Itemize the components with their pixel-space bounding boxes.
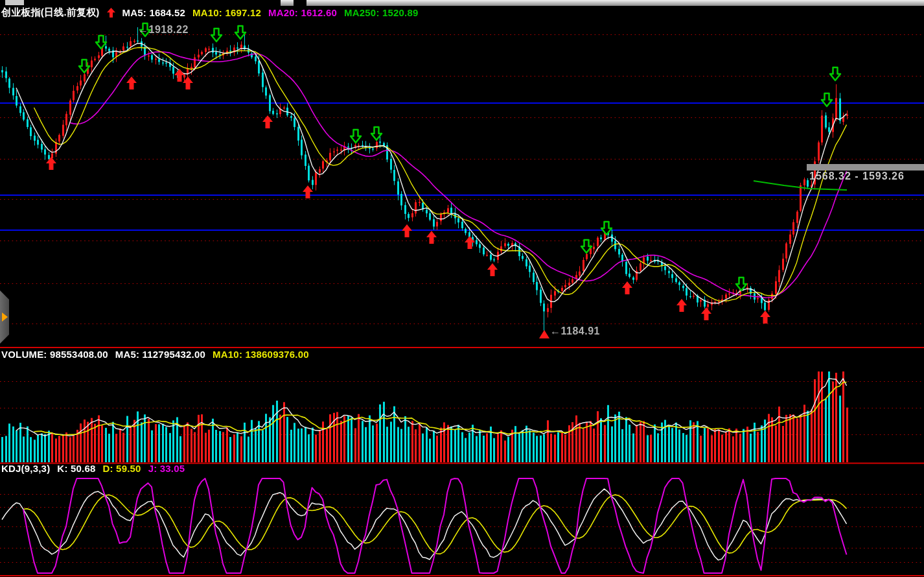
chart-canvas[interactable] <box>0 0 924 577</box>
price-pane-header: 创业板指(日线.前复权) MA5: 1684.52 MA10: 1697.12 … <box>1 6 419 19</box>
kdj-pane-header: KDJ(9,3,3) K: 50.68 D: 59.50 J: 33.05 <box>1 463 185 474</box>
price-range-tooltip: 1568.32 - 1593.26 <box>809 171 905 182</box>
volume-pane-header: VOLUME: 98553408.00 MA5: 112795432.00 MA… <box>1 349 309 360</box>
trading-app-window: 创业板指(日线.前复权) MA5: 1684.52 MA10: 1697.12 … <box>0 0 924 577</box>
buy-signal-arrow-icon <box>107 8 115 18</box>
instrument-title: 创业板指(日线.前复权) <box>1 6 100 19</box>
kdj-k-value: K: 50.68 <box>57 463 95 474</box>
window-tab <box>5 0 24 5</box>
kdj-d-value: D: 59.50 <box>103 463 141 474</box>
top-scrollbar[interactable] <box>306 0 924 6</box>
volume-ma10-value: MA10: 138609376.00 <box>213 349 309 360</box>
kdj-j-value: J: 33.05 <box>148 463 185 474</box>
ma10-value: MA10: 1697.12 <box>192 7 261 18</box>
ma5-value: MA5: 1684.52 <box>122 7 185 18</box>
ma20-value: MA20: 1612.60 <box>268 7 337 18</box>
volume-ma5-value: MA5: 112795432.00 <box>115 349 205 360</box>
top-scrollbar-segment[interactable] <box>281 0 294 6</box>
ma250-value: MA250: 1520.89 <box>344 7 419 18</box>
kdj-indicator-label: KDJ(9,3,3) <box>1 463 50 474</box>
trough-price-annotation: ←1184.91 <box>550 325 600 337</box>
expand-arrow-icon <box>2 312 8 322</box>
volume-value: VOLUME: 98553408.00 <box>1 349 108 360</box>
price-range-tooltip-bar <box>807 164 924 171</box>
panel-expand-handle[interactable] <box>0 290 9 344</box>
peak-price-annotation: ←1918.22 <box>138 24 189 36</box>
